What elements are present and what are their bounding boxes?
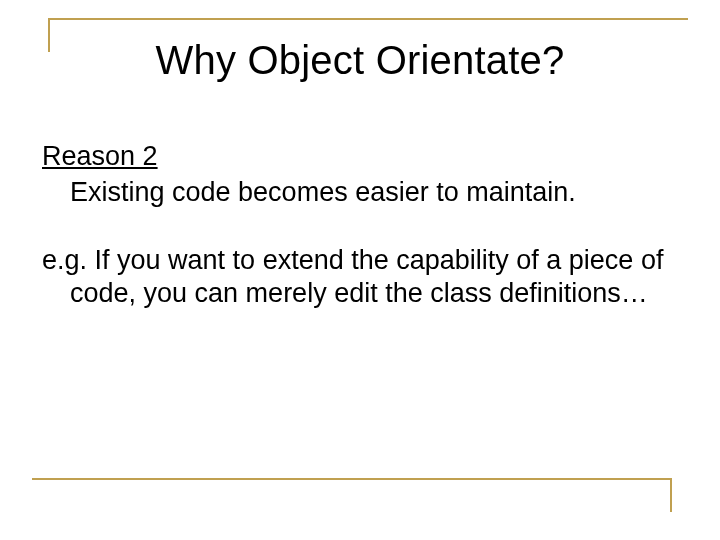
bottom-rule-tick: [670, 478, 672, 512]
example-text: e.g. If you want to extend the capabilit…: [42, 244, 678, 312]
slide: Why Object Orientate? Reason 2 Existing …: [0, 0, 720, 540]
top-rule: [48, 18, 688, 20]
slide-body: Reason 2 Existing code becomes easier to…: [42, 140, 678, 345]
reason-text: Existing code becomes easier to maintain…: [42, 176, 678, 210]
slide-title: Why Object Orientate?: [0, 38, 720, 83]
bottom-rule: [32, 478, 672, 480]
reason-heading: Reason 2: [42, 140, 678, 174]
